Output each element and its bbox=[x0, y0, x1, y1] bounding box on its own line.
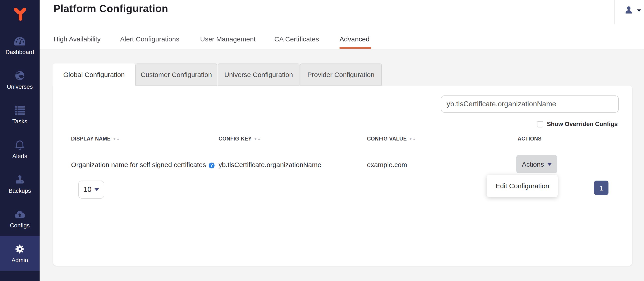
tab-customer-configuration[interactable]: Customer Configuration bbox=[135, 64, 217, 86]
tab-ca-certificates[interactable]: CA Certificates bbox=[274, 35, 319, 43]
sort-icons: ▼▲ bbox=[254, 137, 261, 141]
sidebar-item-admin[interactable]: Admin bbox=[0, 236, 40, 271]
menu-item-edit-configuration[interactable]: Edit Configuration bbox=[486, 175, 558, 197]
user-menu-button[interactable] bbox=[614, 0, 644, 24]
table-row-display-name: Organization name for self signed certif… bbox=[71, 160, 214, 169]
actions-button-label: Actions bbox=[522, 160, 544, 168]
config-search-input[interactable] bbox=[441, 96, 619, 113]
config-tab-label: Provider Configuration bbox=[308, 71, 374, 78]
column-header-label: DISPLAY NAME bbox=[71, 136, 111, 141]
sidebar-item-label: Dashboard bbox=[6, 48, 34, 55]
chevron-down-icon bbox=[637, 10, 641, 12]
column-header-label: ACTIONS bbox=[518, 136, 542, 141]
column-header-actions: ACTIONS bbox=[518, 136, 542, 141]
sidebar-item-dashboard[interactable]: Dashboard bbox=[0, 28, 40, 63]
sidebar-item-backups[interactable]: Backups bbox=[0, 167, 40, 201]
tab-provider-configuration[interactable]: Provider Configuration bbox=[300, 64, 382, 86]
row-actions-button[interactable]: Actions bbox=[516, 155, 557, 173]
page-size-dropdown[interactable]: 10 bbox=[78, 181, 104, 199]
bell-icon bbox=[14, 139, 25, 150]
sidebar-item-tasks[interactable]: Tasks bbox=[0, 97, 40, 132]
caret-down-icon bbox=[547, 163, 552, 165]
config-tab-label: Universe Configuration bbox=[224, 71, 293, 78]
pagination-page-1-button[interactable]: 1 bbox=[594, 181, 608, 195]
sidebar-item-configs[interactable]: Configs bbox=[0, 201, 40, 236]
column-header-config-key[interactable]: CONFIG KEY▼▲ bbox=[218, 136, 261, 141]
sidebar-item-label: Admin bbox=[12, 256, 28, 263]
yugabyte-logo-icon bbox=[12, 7, 28, 22]
user-avatar-icon bbox=[624, 6, 633, 15]
task-list-icon bbox=[14, 105, 25, 116]
sidebar-item-label: Tasks bbox=[12, 118, 27, 125]
gear-icon bbox=[14, 243, 25, 254]
help-icon[interactable]: ? bbox=[209, 162, 214, 168]
tab-user-management[interactable]: User Management bbox=[200, 35, 256, 43]
config-tab-label: Customer Configuration bbox=[141, 71, 212, 78]
actions-dropdown-menu: Edit Configuration bbox=[486, 175, 558, 197]
page-title: Platform Configuration bbox=[54, 3, 168, 15]
sidebar-item-universes[interactable]: Universes bbox=[0, 63, 40, 97]
sidebar: Dashboard Universes bbox=[0, 0, 40, 281]
sidebar-item-label: Universes bbox=[7, 83, 33, 90]
show-overridden-configs: Show Overriden Configs bbox=[537, 121, 618, 127]
tab-universe-configuration[interactable]: Universe Configuration bbox=[218, 64, 300, 86]
yugabyte-logo[interactable] bbox=[0, 7, 40, 22]
sort-icons: ▼▲ bbox=[409, 137, 416, 141]
sidebar-item-label: Configs bbox=[10, 222, 30, 228]
tab-alert-configurations[interactable]: Alert Configurations bbox=[120, 35, 179, 43]
sort-icons: ▼▲ bbox=[113, 137, 120, 141]
page-size-value: 10 bbox=[84, 185, 92, 194]
sidebar-item-label: Alerts bbox=[12, 152, 27, 159]
column-header-label: CONFIG KEY bbox=[218, 136, 252, 141]
column-header-label: CONFIG VALUE bbox=[367, 136, 407, 141]
config-tab-label: Global Configuration bbox=[63, 71, 125, 78]
display-name-text: Organization name for self signed certif… bbox=[71, 161, 206, 168]
tab-high-availability[interactable]: High Availability bbox=[54, 35, 101, 43]
backup-upload-icon bbox=[14, 174, 25, 185]
table-row-config-key: yb.tlsCertificate.organizationName bbox=[218, 160, 321, 169]
active-tab-underline bbox=[340, 47, 371, 49]
tab-advanced[interactable]: Advanced bbox=[340, 35, 370, 43]
column-header-display-name[interactable]: DISPLAY NAME▼▲ bbox=[71, 136, 120, 141]
tab-global-configuration[interactable]: Global Configuration bbox=[53, 64, 135, 86]
cloud-upload-icon bbox=[14, 209, 26, 219]
platform-console: Dashboard Universes bbox=[0, 0, 644, 281]
table-row-config-value: example.com bbox=[367, 160, 407, 169]
column-header-config-value[interactable]: CONFIG VALUE▼▲ bbox=[367, 136, 416, 141]
globe-icon bbox=[14, 70, 25, 81]
dashboard-gauge-icon bbox=[14, 35, 26, 46]
page-header: Platform Configuration High Availability… bbox=[40, 0, 644, 49]
sidebar-item-alerts[interactable]: Alerts bbox=[0, 132, 40, 167]
show-overridden-label[interactable]: Show Overriden Configs bbox=[547, 121, 618, 127]
config-tab-bar: Global Configuration Customer Configurat… bbox=[53, 64, 382, 86]
global-configuration-panel: Show Overriden Configs DISPLAY NAME▼▲ CO… bbox=[53, 86, 632, 266]
show-overridden-checkbox[interactable] bbox=[537, 121, 543, 127]
caret-down-icon bbox=[95, 188, 99, 191]
sidebar-item-label: Backups bbox=[8, 187, 31, 194]
